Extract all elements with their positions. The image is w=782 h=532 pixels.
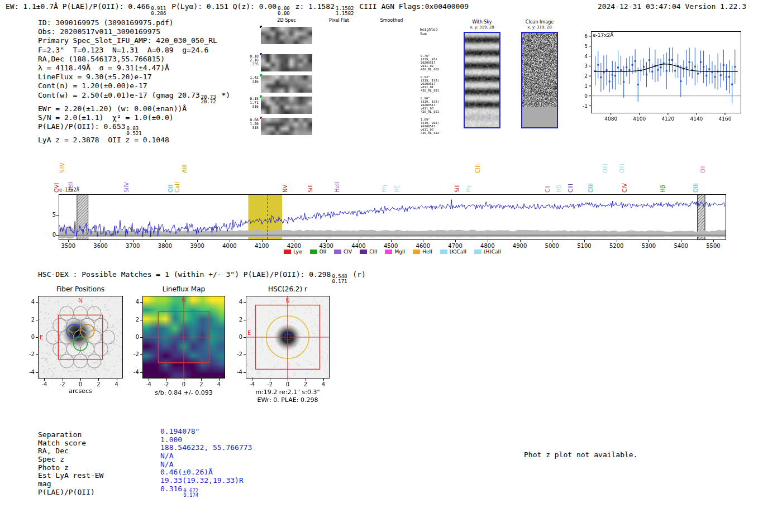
match-row: Spec zN/A — [38, 455, 252, 463]
stacked-uncertainty: 0.830.521 — [127, 126, 142, 136]
emission-line-label: OII — [168, 185, 174, 193]
legend-swatch — [440, 250, 447, 254]
panel-y-tick-label: -2 — [22, 351, 35, 357]
panel-x-tick-label: 2 — [92, 381, 105, 387]
emission-line-label: OIII — [588, 183, 594, 193]
col-header-pixel-flat: Pixel Flat — [317, 18, 361, 23]
info-line: Cont(n) = 1.20(±0.00)e-17 — [38, 82, 230, 90]
x-tick-label: 4300 — [315, 243, 337, 249]
legend-swatch — [360, 250, 367, 254]
spectrum-legend: LyαOIICIVCIIIMgIIHeII(K)CaII(H)CaII — [59, 249, 726, 255]
info-line: Obs: 20200517v011_3090169975 — [38, 27, 230, 36]
panel-y-tick-mark — [244, 302, 246, 303]
legend-item: CIII — [360, 249, 377, 255]
x-tick-label: 5500 — [702, 243, 724, 249]
emission-line-label: Hζ — [394, 185, 400, 193]
x-tick-label: 4800 — [476, 243, 499, 249]
stack-bottom: 0.171 — [332, 279, 347, 284]
legend-item: HeII — [413, 249, 432, 255]
x-tick-mark — [713, 240, 714, 242]
with-sky-title: With Sky — [454, 20, 510, 25]
stacked-uncertainty: 0.6720.174 — [183, 488, 198, 498]
match-label: Spec z — [38, 455, 160, 463]
match-label: Est LyA rest-EW — [38, 471, 160, 480]
x-tick-mark — [230, 240, 230, 242]
text-segment: S/N = 2.0(±1.1) χ² = 1.0(±0.0) — [38, 113, 174, 122]
x-tick-mark — [294, 240, 294, 242]
x-tick-mark — [455, 240, 456, 242]
match-label: RA, Dec — [38, 447, 160, 455]
info-line: Primary Spec_Slot_IFU_AMP: 420_030_050_R… — [38, 36, 230, 45]
lineflux-caption: s/b: 0.84 +/- 0.093 — [126, 389, 242, 396]
panel-y-tick-label: 2 — [22, 317, 35, 323]
panel-y-tick-label: -2 — [127, 351, 139, 357]
legend-swatch — [385, 250, 392, 254]
match-value: 188.546232, 55.766773 — [160, 443, 252, 452]
timestamp-version: 2024-12-31 03:47:04 Version 1.22.3 — [598, 2, 746, 11]
fiber-positions-image — [38, 296, 123, 378]
info-line: LyA z = 2.3878 OII z = 0.1048 — [38, 136, 230, 145]
panel-x-tick-label: -2 — [263, 381, 276, 387]
match-row: mag19.33(19.32,19.33)R — [38, 480, 252, 488]
panel-y-tick-label: 2 — [230, 317, 242, 323]
with-sky-coords: x, y: 319, 28 — [454, 25, 510, 30]
clean-image-coords: x, y: 319, 28 — [512, 25, 568, 30]
x-tick-mark — [133, 240, 133, 242]
full-spectrum-plot — [59, 194, 726, 240]
panel-y-tick-mark — [36, 302, 38, 303]
panel-y-tick-label: 0 — [22, 334, 35, 340]
panel-y-tick-label: 2 — [127, 317, 139, 323]
fiber-weight-value: 316 — [246, 105, 259, 109]
panel-y-tick-mark — [244, 337, 246, 338]
emission-line-label: HeII — [334, 181, 341, 193]
x-tick-label: 3500 — [57, 243, 79, 249]
fiber-weight-labels: 0.182.16335 — [246, 55, 259, 66]
stacked-uncertainty: 0.9110.286 — [151, 6, 166, 16]
legend-label: OII — [320, 249, 326, 255]
emission-line-label: OIII — [602, 164, 609, 173]
fiber-weight-labels: 0.151.71316 — [246, 97, 259, 109]
text-segment: Cont(w) = 2.50(±0.01)e-17 (gmag 20.73 — [38, 91, 200, 99]
hsc-caption-2: EWr: 0. PLAE: 0.298 — [229, 396, 346, 404]
legend-item: CIV — [334, 249, 352, 255]
text-segment: Obs: 20200517v011_3090169975 — [38, 27, 160, 36]
x-tick-label: 4000 — [218, 243, 241, 249]
info-line: ID: 3090169975 (3090169975.pdf) — [38, 18, 230, 27]
panel-x-tick-mark — [80, 378, 81, 381]
panel-x-tick-label: 4 — [110, 381, 123, 387]
stacked-uncertainty: 1.15821.1582 — [336, 6, 354, 16]
panel-y-tick-mark — [36, 337, 38, 338]
match-row: Photo zN/A — [38, 463, 252, 472]
fiber-weight-value: 335 — [246, 63, 259, 66]
x-tick-mark — [649, 240, 649, 242]
match-value: 1.000 — [160, 435, 182, 444]
stack-bottom: 0.174 — [183, 493, 198, 498]
panel-x-tick-label: -4 — [245, 381, 259, 387]
stack-bottom: 0.521 — [127, 131, 142, 136]
panel-y-tick-label: -4 — [230, 369, 242, 375]
panel-y-tick-mark — [140, 372, 142, 373]
text-segment: RA,Dec (188.546173,55.766815) — [38, 55, 165, 63]
legend-label: CIV — [344, 249, 352, 255]
match-label: Photo z — [38, 463, 160, 472]
info-line: S/N = 2.0(±1.1) χ² = 1.0(±0.0) — [38, 113, 230, 122]
x-tick-label: 5000 — [541, 243, 563, 249]
x-tick-label: 5400 — [670, 243, 692, 249]
smoothed-strip — [261, 27, 312, 44]
fiber-xlabel: arcsecs — [21, 387, 140, 395]
panel-y-tick-mark — [140, 320, 142, 320]
lineflux-map-image — [142, 296, 225, 378]
match-value-text: 19.33(19.32,19.33)R — [160, 476, 244, 485]
x-tick-mark — [488, 240, 488, 242]
panel-x-tick-label: 2 — [299, 381, 312, 387]
emission-line-label: CIII — [568, 184, 574, 193]
text-segment: F=2.3" T=0.123 N=1.31 A=0.89 g=24.6 — [38, 46, 208, 54]
x-tick-label: 4500 — [380, 243, 402, 249]
panel-y-tick-label: 4 — [22, 299, 35, 305]
panel-x-tick-mark — [219, 378, 220, 381]
match-row: P(LAE)/P(OII)0.3160.6720.174 — [38, 488, 252, 496]
x-tick-mark — [520, 240, 521, 242]
spectrum-unit-label: e-17x2Å — [59, 187, 79, 193]
panel-x-tick-mark — [270, 378, 270, 381]
lineflux-map-title: Lineflux Map — [126, 285, 242, 293]
